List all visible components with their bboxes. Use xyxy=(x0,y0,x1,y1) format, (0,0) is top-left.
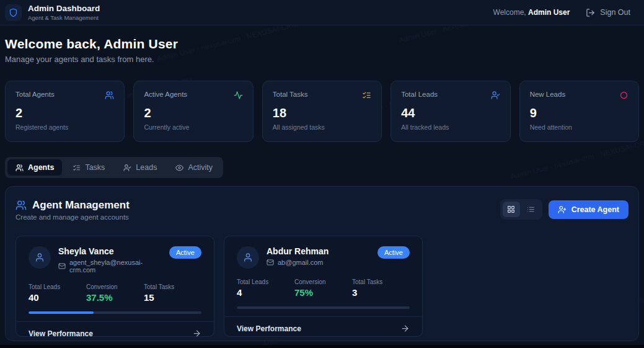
stat-sub: All tracked leads xyxy=(401,123,500,131)
users-icon xyxy=(15,200,27,211)
stat-card-total-tasks: Total Tasks 18 All assigned tasks xyxy=(262,81,382,142)
user-check-icon xyxy=(491,91,500,100)
agent-leads-value: 40 xyxy=(29,292,86,303)
tab-label: Tasks xyxy=(85,163,105,172)
shield-icon xyxy=(9,8,18,17)
stat-card-total-agents: Total Agents 2 Registered agents xyxy=(5,81,125,142)
view-performance-button[interactable]: View Performance xyxy=(224,316,422,340)
arrow-right-icon xyxy=(192,329,201,338)
stat-value: 9 xyxy=(530,106,629,120)
app-subtitle: Agent & Task Management xyxy=(28,14,100,21)
stat-label: New Leads xyxy=(530,91,566,98)
stat-sub: All assigned tasks xyxy=(273,123,371,131)
user-check-icon xyxy=(123,164,131,172)
agent-stat-label: Conversion xyxy=(294,279,352,285)
create-agent-label: Create Agent xyxy=(571,205,619,214)
agent-stat-label: Total Leads xyxy=(237,279,294,285)
logout-icon xyxy=(586,8,595,17)
arrow-right-icon xyxy=(400,324,410,333)
header-welcome: Welcome, Admin User xyxy=(493,8,570,17)
task-list-icon xyxy=(73,164,81,172)
agent-stat-label: Conversion xyxy=(86,283,144,290)
tab-bar: Agents Tasks Leads Activity xyxy=(5,157,223,178)
sign-out-button[interactable]: Sign Out xyxy=(586,8,630,17)
stat-value: 2 xyxy=(15,106,114,120)
agent-management-panel: Agent Management Create and manage agent… xyxy=(5,186,639,341)
view-performance-button[interactable]: View Performance xyxy=(16,321,214,345)
mail-icon xyxy=(267,259,274,266)
page-subtitle: Manage your agents and tasks from here. xyxy=(5,55,639,64)
stat-value: 44 xyxy=(401,106,500,120)
tab-tasks[interactable]: Tasks xyxy=(64,159,113,176)
agent-card: Sheyla Vance agent_sheyla@nexusai-crm.co… xyxy=(15,236,214,337)
stat-card-active-agents: Active Agents 2 Currently active xyxy=(133,81,253,142)
bottom-edge xyxy=(0,345,644,348)
stat-sub: Registered agents xyxy=(15,123,114,131)
circle-icon xyxy=(619,91,629,100)
status-badge: Active xyxy=(169,246,201,259)
agent-email-text: agent_sheyla@nexusai-crm.com xyxy=(69,259,162,274)
grid-view-button[interactable] xyxy=(503,202,520,217)
tab-leads[interactable]: Leads xyxy=(115,159,165,176)
users-icon xyxy=(105,91,114,100)
eye-icon xyxy=(175,164,183,172)
agent-stat-label: Total Tasks xyxy=(144,283,201,290)
tab-label: Agents xyxy=(28,163,54,172)
stat-label: Total Agents xyxy=(15,91,55,98)
header-user-name: Admin User xyxy=(528,8,570,17)
page-title: Welcome back, Admin User xyxy=(5,37,639,51)
task-list-icon xyxy=(362,91,371,100)
agent-stat-label: Total Leads xyxy=(29,283,86,290)
create-agent-button[interactable]: Create Agent xyxy=(549,200,629,219)
agent-email-text: ab@gmail.com xyxy=(278,259,324,266)
app-title: Admin Dashboard xyxy=(28,4,100,14)
agent-conversion-value: 75% xyxy=(294,287,352,298)
avatar xyxy=(29,246,51,269)
avatar xyxy=(237,246,259,269)
agent-conversion-value: 37.5% xyxy=(86,292,144,303)
user-icon xyxy=(243,252,253,262)
tab-activity[interactable]: Activity xyxy=(167,159,221,176)
agent-stat-label: Total Tasks xyxy=(352,279,410,285)
section-subtitle: Create and manage agent accounts xyxy=(15,213,130,221)
agents-grid: Sheyla Vance agent_sheyla@nexusai-crm.co… xyxy=(15,236,629,337)
list-view-button[interactable] xyxy=(523,202,540,217)
view-performance-label: View Performance xyxy=(237,324,301,333)
user-plus-icon xyxy=(558,205,567,214)
users-icon xyxy=(15,164,24,172)
view-performance-label: View Performance xyxy=(29,329,93,338)
stat-label: Total Leads xyxy=(401,91,438,98)
agent-card: Abdur Rehman ab@gmail.com Active Total L… xyxy=(224,236,423,337)
conversion-progress-bar xyxy=(237,306,410,309)
list-icon xyxy=(527,205,535,213)
agent-leads-value: 4 xyxy=(237,287,294,298)
app-header: Admin Dashboard Agent & Task Management … xyxy=(0,0,644,25)
stat-sub: Need attention xyxy=(530,123,629,131)
tab-label: Activity xyxy=(188,163,213,172)
agent-tasks-value: 3 xyxy=(352,287,410,298)
view-toggle xyxy=(500,199,542,220)
tab-agents[interactable]: Agents xyxy=(7,159,62,176)
stat-label: Total Tasks xyxy=(273,91,308,98)
user-icon xyxy=(35,252,45,262)
agent-tasks-value: 15 xyxy=(144,292,201,303)
app-logo xyxy=(5,4,22,21)
conversion-progress-bar xyxy=(29,311,201,314)
agent-name: Abdur Rehman xyxy=(267,246,370,256)
section-title: Agent Management xyxy=(32,199,130,212)
agent-name: Sheyla Vance xyxy=(58,246,162,256)
welcome-prefix: Welcome, xyxy=(493,8,526,17)
stat-value: 18 xyxy=(273,106,371,120)
mail-icon xyxy=(58,262,66,270)
tab-label: Leads xyxy=(136,163,157,172)
grid-icon xyxy=(507,205,515,213)
activity-icon xyxy=(234,91,243,100)
sign-out-label: Sign Out xyxy=(600,8,630,17)
stats-row: Total Agents 2 Registered agents Active … xyxy=(5,81,639,142)
stat-card-new-leads: New Leads 9 Need attention xyxy=(519,81,639,142)
stat-value: 2 xyxy=(144,106,242,120)
conversion-progress-fill xyxy=(29,311,94,314)
stat-card-total-leads: Total Leads 44 All tracked leads xyxy=(390,81,510,142)
status-badge: Active xyxy=(377,246,410,259)
stat-sub: Currently active xyxy=(144,123,242,131)
